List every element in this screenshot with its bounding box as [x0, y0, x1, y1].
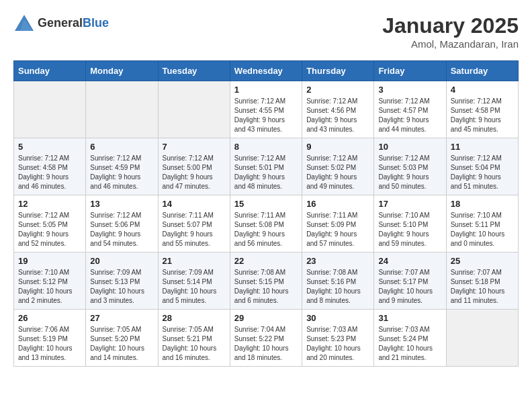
weekday-header-tuesday: Tuesday [158, 61, 230, 81]
calendar-week-row: 12Sunrise: 7:12 AM Sunset: 5:05 PM Dayli… [14, 195, 519, 253]
calendar-day-cell: 8Sunrise: 7:12 AM Sunset: 5:01 PM Daylig… [230, 138, 302, 195]
calendar-day-cell: 24Sunrise: 7:07 AM Sunset: 5:17 PM Dayli… [374, 253, 446, 310]
calendar-day-cell: 10Sunrise: 7:12 AM Sunset: 5:03 PM Dayli… [374, 138, 446, 195]
day-info: Sunrise: 7:08 AM Sunset: 5:15 PM Dayligh… [234, 268, 298, 306]
day-info: Sunrise: 7:12 AM Sunset: 4:58 PM Dayligh… [451, 97, 514, 134]
day-info: Sunrise: 7:12 AM Sunset: 5:04 PM Dayligh… [451, 154, 514, 191]
calendar-day-cell: 12Sunrise: 7:12 AM Sunset: 5:05 PM Dayli… [14, 195, 86, 253]
day-number: 19 [18, 256, 81, 266]
day-info: Sunrise: 7:04 AM Sunset: 5:22 PM Dayligh… [234, 325, 298, 363]
day-number: 7 [163, 142, 226, 152]
calendar-day-cell [158, 81, 230, 138]
day-number: 15 [234, 199, 298, 209]
calendar-day-cell [446, 310, 518, 367]
day-info: Sunrise: 7:09 AM Sunset: 5:14 PM Dayligh… [163, 268, 226, 306]
calendar-day-cell: 11Sunrise: 7:12 AM Sunset: 5:04 PM Dayli… [446, 138, 518, 195]
day-info: Sunrise: 7:05 AM Sunset: 5:21 PM Dayligh… [163, 325, 226, 363]
day-number: 8 [234, 142, 298, 152]
calendar-day-cell: 30Sunrise: 7:03 AM Sunset: 5:23 PM Dayli… [302, 310, 374, 367]
calendar-day-cell: 28Sunrise: 7:05 AM Sunset: 5:21 PM Dayli… [158, 310, 230, 367]
calendar-day-cell: 16Sunrise: 7:11 AM Sunset: 5:09 PM Dayli… [302, 195, 374, 253]
calendar-day-cell: 15Sunrise: 7:11 AM Sunset: 5:08 PM Dayli… [230, 195, 302, 253]
day-number: 16 [306, 199, 369, 209]
calendar-day-cell: 25Sunrise: 7:07 AM Sunset: 5:18 PM Dayli… [446, 253, 518, 310]
day-number: 18 [451, 199, 514, 209]
page-header: GeneralBlue January 2025 Amol, Mazandara… [13, 13, 519, 50]
calendar-day-cell: 18Sunrise: 7:10 AM Sunset: 5:11 PM Dayli… [446, 195, 518, 253]
day-info: Sunrise: 7:11 AM Sunset: 5:07 PM Dayligh… [163, 211, 226, 248]
day-number: 23 [306, 256, 369, 266]
day-number: 3 [378, 85, 441, 95]
calendar-day-cell: 9Sunrise: 7:12 AM Sunset: 5:02 PM Daylig… [302, 138, 374, 195]
day-info: Sunrise: 7:12 AM Sunset: 4:59 PM Dayligh… [90, 154, 153, 191]
day-info: Sunrise: 7:07 AM Sunset: 5:17 PM Dayligh… [378, 268, 441, 306]
calendar-day-cell: 22Sunrise: 7:08 AM Sunset: 5:15 PM Dayli… [230, 253, 302, 310]
day-info: Sunrise: 7:12 AM Sunset: 4:57 PM Dayligh… [378, 97, 441, 134]
day-number: 5 [18, 142, 81, 152]
day-info: Sunrise: 7:12 AM Sunset: 4:56 PM Dayligh… [306, 97, 369, 134]
calendar-day-cell: 27Sunrise: 7:05 AM Sunset: 5:20 PM Dayli… [86, 310, 158, 367]
day-info: Sunrise: 7:11 AM Sunset: 5:08 PM Dayligh… [234, 211, 298, 248]
calendar-day-cell: 3Sunrise: 7:12 AM Sunset: 4:57 PM Daylig… [374, 81, 446, 138]
day-info: Sunrise: 7:12 AM Sunset: 5:05 PM Dayligh… [18, 211, 81, 248]
day-number: 27 [90, 313, 153, 323]
calendar-day-cell [14, 81, 86, 138]
month-title: January 2025 [382, 13, 519, 38]
calendar-day-cell: 21Sunrise: 7:09 AM Sunset: 5:14 PM Dayli… [158, 253, 230, 310]
calendar-day-cell: 5Sunrise: 7:12 AM Sunset: 4:58 PM Daylig… [14, 138, 86, 195]
calendar-week-row: 5Sunrise: 7:12 AM Sunset: 4:58 PM Daylig… [14, 138, 519, 195]
day-info: Sunrise: 7:12 AM Sunset: 4:55 PM Dayligh… [234, 97, 298, 134]
day-number: 22 [234, 256, 298, 266]
day-number: 20 [90, 256, 153, 266]
day-info: Sunrise: 7:08 AM Sunset: 5:16 PM Dayligh… [306, 268, 369, 306]
day-number: 30 [306, 313, 369, 323]
logo-icon [13, 13, 35, 32]
day-number: 28 [163, 313, 226, 323]
day-info: Sunrise: 7:06 AM Sunset: 5:19 PM Dayligh… [18, 325, 81, 363]
day-number: 29 [234, 313, 298, 323]
weekday-header-sunday: Sunday [14, 61, 86, 81]
day-number: 11 [451, 142, 514, 152]
day-info: Sunrise: 7:07 AM Sunset: 5:18 PM Dayligh… [451, 268, 514, 306]
day-info: Sunrise: 7:03 AM Sunset: 5:24 PM Dayligh… [378, 325, 441, 363]
calendar-day-cell: 14Sunrise: 7:11 AM Sunset: 5:07 PM Dayli… [158, 195, 230, 253]
day-info: Sunrise: 7:09 AM Sunset: 5:13 PM Dayligh… [90, 268, 153, 306]
day-number: 13 [90, 199, 153, 209]
day-number: 17 [378, 199, 441, 209]
day-info: Sunrise: 7:03 AM Sunset: 5:23 PM Dayligh… [306, 325, 369, 363]
day-number: 21 [163, 256, 226, 266]
day-number: 24 [378, 256, 441, 266]
day-info: Sunrise: 7:12 AM Sunset: 5:00 PM Dayligh… [163, 154, 226, 191]
day-number: 25 [451, 256, 514, 266]
day-number: 6 [90, 142, 153, 152]
calendar-table: SundayMondayTuesdayWednesdayThursdayFrid… [13, 60, 519, 367]
calendar-day-cell: 6Sunrise: 7:12 AM Sunset: 4:59 PM Daylig… [86, 138, 158, 195]
weekday-header-wednesday: Wednesday [230, 61, 302, 81]
calendar-week-row: 26Sunrise: 7:06 AM Sunset: 5:19 PM Dayli… [14, 310, 519, 367]
calendar-day-cell: 29Sunrise: 7:04 AM Sunset: 5:22 PM Dayli… [230, 310, 302, 367]
day-number: 14 [163, 199, 226, 209]
calendar-day-cell: 31Sunrise: 7:03 AM Sunset: 5:24 PM Dayli… [374, 310, 446, 367]
weekday-header-row: SundayMondayTuesdayWednesdayThursdayFrid… [14, 61, 519, 81]
day-info: Sunrise: 7:12 AM Sunset: 5:06 PM Dayligh… [90, 211, 153, 248]
calendar-week-row: 19Sunrise: 7:10 AM Sunset: 5:12 PM Dayli… [14, 253, 519, 310]
location-title: Amol, Mazandaran, Iran [382, 38, 519, 50]
day-info: Sunrise: 7:11 AM Sunset: 5:09 PM Dayligh… [306, 211, 369, 248]
day-info: Sunrise: 7:12 AM Sunset: 5:01 PM Dayligh… [234, 154, 298, 191]
day-number: 12 [18, 199, 81, 209]
calendar-day-cell: 26Sunrise: 7:06 AM Sunset: 5:19 PM Dayli… [14, 310, 86, 367]
day-info: Sunrise: 7:10 AM Sunset: 5:10 PM Dayligh… [378, 211, 441, 248]
weekday-header-friday: Friday [374, 61, 446, 81]
calendar-day-cell: 7Sunrise: 7:12 AM Sunset: 5:00 PM Daylig… [158, 138, 230, 195]
calendar-day-cell: 13Sunrise: 7:12 AM Sunset: 5:06 PM Dayli… [86, 195, 158, 253]
calendar-day-cell [86, 81, 158, 138]
title-block: January 2025 Amol, Mazandaran, Iran [382, 13, 519, 50]
weekday-header-thursday: Thursday [302, 61, 374, 81]
calendar-day-cell: 1Sunrise: 7:12 AM Sunset: 4:55 PM Daylig… [230, 81, 302, 138]
calendar-day-cell: 4Sunrise: 7:12 AM Sunset: 4:58 PM Daylig… [446, 81, 518, 138]
weekday-header-monday: Monday [86, 61, 158, 81]
day-number: 1 [234, 85, 298, 95]
logo: GeneralBlue [13, 13, 109, 32]
calendar-day-cell: 20Sunrise: 7:09 AM Sunset: 5:13 PM Dayli… [86, 253, 158, 310]
day-info: Sunrise: 7:10 AM Sunset: 5:11 PM Dayligh… [451, 211, 514, 248]
